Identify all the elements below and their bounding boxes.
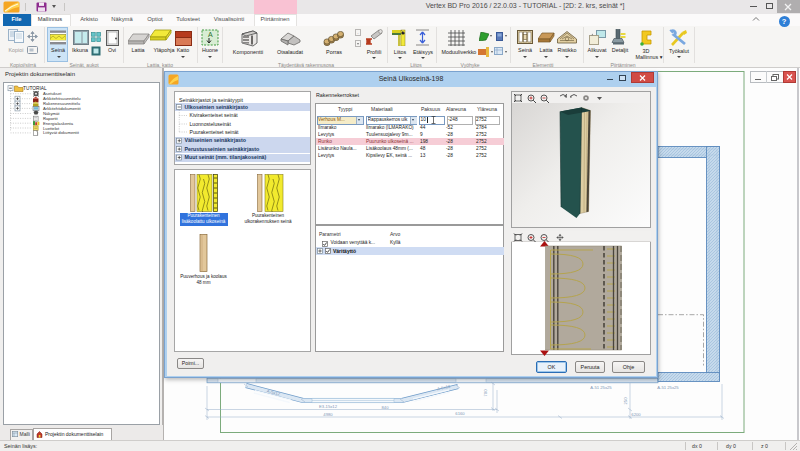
svg-text:E3-15x12: E3-15x12	[319, 404, 338, 409]
svg-text:A-51 25x25: A-51 25x25	[590, 385, 612, 390]
svg-text:250: 250	[623, 397, 628, 405]
svg-text:700: 700	[483, 389, 488, 397]
svg-text:6200: 6200	[631, 412, 641, 417]
svg-text:6160: 6160	[455, 411, 465, 416]
svg-text:840: 840	[382, 405, 390, 410]
svg-text:4980: 4980	[323, 412, 333, 417]
svg-text:A-51 25x25: A-51 25x25	[657, 385, 679, 390]
